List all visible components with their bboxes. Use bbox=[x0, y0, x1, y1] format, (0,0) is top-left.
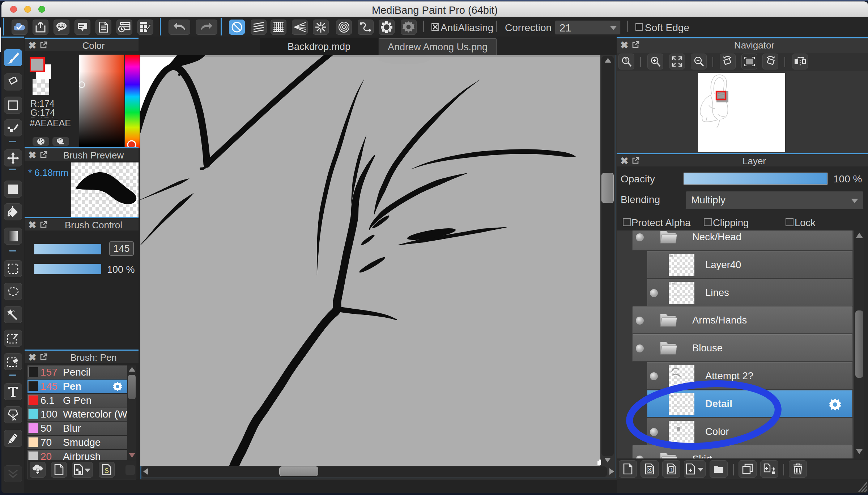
svg-text:8: 8 bbox=[648, 466, 651, 473]
svg-text:1: 1 bbox=[670, 466, 673, 473]
svg-text:S: S bbox=[105, 467, 109, 474]
